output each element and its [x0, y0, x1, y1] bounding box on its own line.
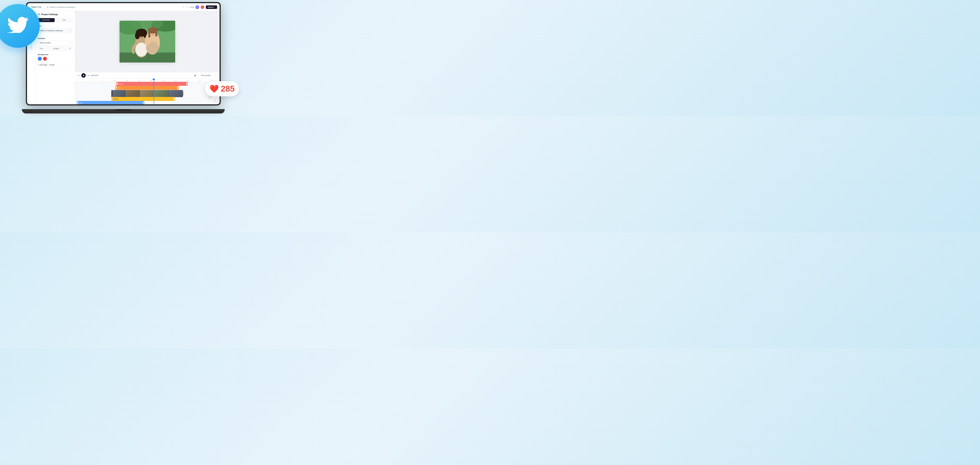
timeline-area: 0 5 10 15 20 25 30 35 40 45 — [75, 78, 220, 104]
undo-button[interactable]: ↩ — [183, 6, 185, 8]
time-label: Time — [40, 48, 43, 50]
edit-icon[interactable]: ✎ — [69, 29, 71, 32]
redo-button[interactable]: ↪ — [186, 6, 188, 8]
size-section: Size Twitter & Facebook Landscape ✎ — [35, 23, 75, 36]
bg-color-red[interactable] — [43, 57, 47, 61]
ruler-mark-50: 50 — [206, 80, 218, 81]
like-count: 285 — [221, 84, 235, 94]
laptop-base — [22, 109, 225, 113]
swap-icon[interactable]: ⇌ — [69, 47, 71, 50]
track-image[interactable]: 🖼 Image — [116, 82, 188, 86]
ruler-mark-15: 15 — [121, 80, 133, 81]
svg-rect-14 — [148, 32, 150, 38]
expand-button[interactable]: ⛶ — [215, 74, 217, 77]
background-label: Background — [38, 54, 73, 56]
plus-icon: + — [212, 74, 213, 77]
duration-label: Duration — [38, 37, 73, 39]
image-track-row: 🖼 Image — [76, 82, 218, 86]
play-button[interactable] — [81, 73, 86, 78]
export-label: Export — [208, 6, 213, 8]
ruler-mark-25: 25 — [145, 80, 157, 81]
track-text-handle-right[interactable] — [177, 86, 178, 89]
track-video[interactable] — [111, 90, 183, 97]
track-text[interactable]: T Text — [115, 86, 179, 90]
canvas-frame — [119, 21, 175, 62]
track-audio-handle-right[interactable] — [143, 102, 144, 104]
track-audio-label: ♪ Audio — [78, 102, 83, 104]
video-thumb-4 — [154, 90, 169, 97]
track-shape-handle-right[interactable] — [173, 97, 174, 100]
ruler-mark-5: 5 — [96, 80, 108, 81]
time-field: Time 01:00.0 ⇌ — [38, 46, 73, 51]
tab-overview[interactable]: Overview — [37, 18, 55, 22]
app-main: Settings ⬡ Elements ⇄ Transitions ◎ Fi — [27, 11, 220, 104]
twitter-icon — [7, 15, 29, 37]
svg-rect-15 — [155, 32, 157, 37]
minus-icon: — — [198, 74, 200, 76]
panel-header: Project Settings — [35, 11, 75, 17]
settings-panel: Project Settings Overview Size Size Twit… — [35, 11, 75, 104]
canvas-viewport — [75, 11, 220, 72]
size-label: Size — [38, 25, 73, 27]
like-badge: ❤️ 285 — [205, 81, 239, 96]
invite-button[interactable]: Invite — [189, 6, 194, 8]
heart-icon: ❤️ — [209, 85, 219, 93]
track-handle-left[interactable] — [116, 82, 118, 85]
track-shape-handle-left[interactable] — [111, 97, 113, 100]
svg-rect-5 — [119, 53, 175, 62]
track-audio[interactable]: ♪ Audio — [77, 101, 145, 104]
tab-size[interactable]: Size — [56, 18, 73, 22]
skip-back-button[interactable]: ⏮ — [78, 74, 80, 77]
add-track-button[interactable]: + — [213, 99, 218, 103]
track-shape-label: ⬟ Shape — [112, 98, 118, 100]
video-track-handle-right[interactable] — [182, 91, 183, 96]
add-media-button[interactable]: + Add Media — [38, 64, 47, 66]
video-track-row — [76, 90, 218, 97]
playhead — [154, 78, 154, 104]
ruler-mark-20: 20 — [133, 80, 145, 81]
export-button[interactable]: Export ↑ — [206, 5, 217, 9]
app-layout: Twitter Post | 🖥 Twitter & Facebook Land… — [27, 3, 220, 104]
volume-button[interactable]: 🔈 — [194, 74, 196, 77]
size-value-text: Twitter & Facebook Landscape — [40, 30, 63, 32]
track-handle-right[interactable] — [186, 82, 187, 85]
user-avatar-initials: SK — [196, 5, 199, 9]
time-value: 01:00.0 — [54, 48, 59, 50]
header-tab-twitter-post[interactable]: Twitter Post — [29, 5, 43, 9]
svg-point-9 — [135, 32, 140, 39]
video-track-handle-left[interactable] — [111, 91, 113, 96]
fit-to-screen-button[interactable]: Fit to Screen — [201, 74, 211, 77]
panel-tabs: Overview Size — [35, 17, 75, 23]
chevron-down-icon: ▾ — [70, 42, 71, 44]
canvas-area: ⏮ ⏭ 00:02:23 🔈 — Fit to Screen — [75, 11, 220, 104]
video-thumb-2 — [126, 90, 140, 97]
laptop-screen: Twitter Post | 🖥 Twitter & Facebook Land… — [27, 3, 220, 104]
bg-color-blue[interactable] — [38, 57, 42, 61]
background-section: Background — [35, 54, 75, 62]
video-thumb-5 — [169, 90, 183, 97]
video-thumb-3 — [140, 90, 154, 97]
skip-forward-button[interactable]: ⏭ — [87, 74, 89, 77]
svg-point-16 — [140, 35, 141, 37]
track-image-label: 🖼 Image — [117, 83, 123, 85]
split-button[interactable]: ⧉ Split — [49, 64, 54, 66]
chevron-down-icon: ▾ — [75, 6, 76, 8]
size-field[interactable]: Twitter & Facebook Landscape ✎ — [38, 28, 73, 33]
ruler-mark-30: 30 — [157, 80, 169, 81]
app-header: Twitter Post | 🖥 Twitter & Facebook Land… — [27, 3, 220, 11]
track-text-handle-left[interactable] — [116, 86, 117, 89]
hamburger-icon[interactable] — [38, 14, 40, 15]
monitor-icon: 🖥 — [47, 6, 49, 8]
ruler-markers: 0 5 10 15 20 25 30 35 40 45 — [84, 80, 218, 81]
text-track-row: T Text — [76, 86, 218, 90]
timeline-ruler: 0 5 10 15 20 25 30 35 40 45 — [75, 78, 220, 82]
track-shape[interactable]: ⬟ Shape — [111, 97, 175, 101]
track-text-label: T Text — [116, 87, 120, 89]
split-icon: ⧉ — [49, 64, 51, 66]
play-icon — [83, 75, 84, 76]
track-audio-handle-left[interactable] — [77, 102, 78, 104]
breadcrumb-text: Twitter & Facebook Landscape — [49, 6, 74, 8]
duration-select[interactable]: Video Duration ▾ — [38, 41, 73, 45]
svg-point-19 — [154, 33, 155, 34]
laptop-screen-border: Twitter Post | 🖥 Twitter & Facebook Land… — [26, 2, 221, 105]
